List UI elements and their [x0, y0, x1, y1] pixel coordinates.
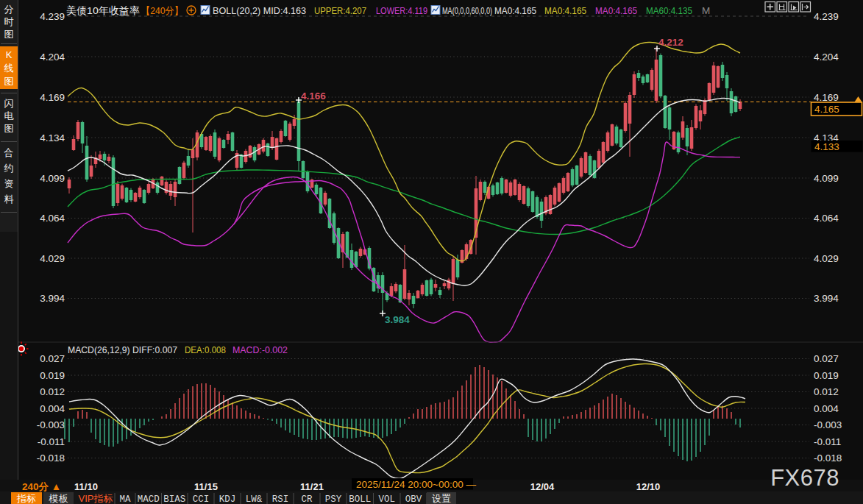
svg-text:4.029: 4.029 [40, 253, 65, 264]
svg-text:4.169: 4.169 [40, 92, 65, 103]
svg-text:K: K [6, 49, 13, 60]
svg-text:MACD(26,12,9) DIFF:0.007: MACD(26,12,9) DIFF:0.007 [68, 344, 177, 355]
svg-text:3.984: 3.984 [385, 314, 410, 325]
svg-text:模板: 模板 [49, 493, 68, 504]
svg-text:LOWER:4.119: LOWER:4.119 [376, 5, 427, 16]
svg-text:【240分】: 【240分】 [141, 5, 183, 16]
svg-text:分: 分 [4, 4, 14, 15]
svg-text:指标: 指标 [16, 493, 36, 504]
svg-text:-0.003: -0.003 [814, 419, 842, 430]
svg-text:BOLL(20,2) MID:4.163: BOLL(20,2) MID:4.163 [213, 5, 306, 16]
svg-text:3.994: 3.994 [814, 293, 839, 304]
svg-text:4.212: 4.212 [658, 37, 683, 48]
svg-text:CCI: CCI [193, 494, 210, 504]
svg-text:-0.018: -0.018 [37, 452, 65, 464]
svg-text:VOL: VOL [379, 494, 396, 504]
svg-text:BIAS: BIAS [163, 494, 185, 504]
svg-text:4.099: 4.099 [814, 173, 839, 184]
svg-text:图: 图 [4, 29, 14, 40]
svg-text:4.239: 4.239 [814, 11, 839, 22]
svg-text:-0.011: -0.011 [814, 436, 841, 447]
svg-text:VIP指标: VIP指标 [79, 493, 113, 504]
svg-text:图: 图 [4, 123, 14, 134]
svg-text:线: 线 [4, 63, 14, 74]
svg-text:料: 料 [4, 194, 14, 205]
svg-text:0.027: 0.027 [40, 353, 65, 364]
svg-text:资: 资 [4, 178, 14, 189]
svg-text:4.169: 4.169 [814, 92, 839, 103]
svg-text:0.012: 0.012 [40, 386, 65, 397]
svg-text:合: 合 [4, 147, 14, 158]
svg-text:0.027: 0.027 [814, 353, 839, 364]
svg-text:2025/11/24 20:00~00:00 —: 2025/11/24 20:00~00:00 — [356, 479, 477, 490]
svg-text:CR: CR [301, 494, 313, 504]
svg-text:时: 时 [4, 16, 14, 27]
svg-text:图: 图 [4, 76, 14, 87]
svg-text:0.019: 0.019 [814, 370, 839, 381]
svg-text:设置: 设置 [432, 493, 451, 504]
svg-text:UPPER:4.207: UPPER:4.207 [314, 5, 366, 16]
svg-text:12/10: 12/10 [636, 481, 661, 492]
svg-text:-0.011: -0.011 [38, 436, 65, 447]
svg-text:MA(0,0,0,60,0,0): MA(0,0,0,60,0,0) [442, 5, 492, 16]
svg-text:-0.018: -0.018 [814, 452, 842, 464]
svg-text:FX678: FX678 [770, 465, 839, 491]
svg-text:4.239: 4.239 [40, 11, 65, 22]
svg-text:BOLL: BOLL [349, 494, 371, 504]
svg-text:240分 ▲: 240分 ▲ [22, 481, 61, 492]
svg-text:DEA:0.008: DEA:0.008 [185, 344, 226, 355]
svg-text:MA0:4.165: MA0:4.165 [544, 5, 586, 16]
svg-text:4.204: 4.204 [40, 52, 65, 63]
svg-text:4.166: 4.166 [301, 90, 326, 102]
svg-text:MA60:4.135: MA60:4.135 [646, 5, 692, 16]
svg-text:美债10年收益率: 美债10年收益率 [66, 5, 140, 16]
svg-text:4.029: 4.029 [814, 253, 839, 264]
svg-text:4.099: 4.099 [40, 173, 65, 184]
svg-text:RSI: RSI [272, 494, 289, 504]
svg-text:4.064: 4.064 [40, 213, 65, 224]
svg-text:MA0:4.165: MA0:4.165 [595, 5, 637, 16]
svg-text:11/10: 11/10 [74, 481, 98, 492]
svg-text:4.064: 4.064 [814, 213, 839, 224]
svg-text:4.165: 4.165 [814, 104, 839, 115]
svg-text:闪: 闪 [4, 98, 14, 109]
svg-text:11/21: 11/21 [300, 481, 324, 492]
svg-text:OBV: OBV [405, 494, 422, 504]
svg-text:0.004: 0.004 [814, 403, 839, 414]
svg-text:KDJ: KDJ [219, 494, 236, 504]
svg-text:PSY: PSY [325, 494, 342, 504]
svg-text:MA0:4.165: MA0:4.165 [494, 5, 536, 16]
svg-text:4.133: 4.133 [814, 141, 839, 152]
svg-text:LW&: LW& [246, 494, 263, 504]
svg-text:电: 电 [4, 110, 14, 121]
svg-text:MACD: MACD [138, 494, 160, 504]
svg-text:约: 约 [4, 163, 14, 174]
svg-text:-0.003: -0.003 [37, 419, 65, 430]
svg-text:0.004: 0.004 [40, 403, 65, 414]
svg-text:MACD:-0.002: MACD:-0.002 [232, 344, 288, 355]
svg-text:MA: MA [119, 494, 131, 504]
svg-text:11/15: 11/15 [194, 481, 218, 492]
svg-text:12/04: 12/04 [530, 481, 555, 492]
svg-text:0.012: 0.012 [814, 386, 839, 397]
svg-text:M: M [702, 5, 710, 16]
svg-text:3.994: 3.994 [40, 293, 65, 304]
svg-text:0.019: 0.019 [40, 370, 65, 381]
svg-text:4.204: 4.204 [814, 52, 839, 63]
svg-text:4.134: 4.134 [40, 132, 65, 143]
